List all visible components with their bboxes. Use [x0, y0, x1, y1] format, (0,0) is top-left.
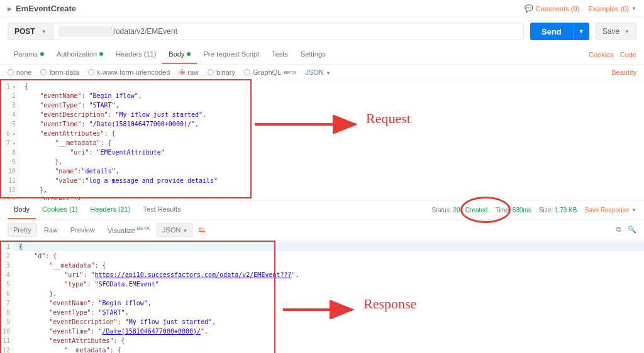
- pretty-view-pretty[interactable]: Pretty: [8, 223, 37, 237]
- pretty-view-preview[interactable]: Preview: [65, 223, 101, 237]
- response-tab-cookies[interactable]: Cookies (1): [36, 200, 84, 219]
- visualize-label: Visualize: [108, 227, 135, 234]
- tab-label: Headers (21): [90, 205, 130, 213]
- tab-label: Params: [14, 50, 38, 58]
- tab-pre-request[interactable]: Pre-request Script: [197, 45, 265, 64]
- tab-tests[interactable]: Tests: [265, 45, 294, 64]
- status-value: 201 Created: [453, 207, 487, 214]
- tab-label: Body: [14, 205, 30, 213]
- tab-label: Cookies (1): [42, 205, 77, 213]
- save-response-label: Save Response: [584, 207, 629, 214]
- tab-label: Authorization: [57, 50, 97, 58]
- body-type-label: raw: [187, 68, 199, 76]
- status-info: Status: 201 Created: [431, 207, 487, 214]
- indicator-dot: [99, 52, 103, 56]
- body-type-label: GraphQL: [253, 68, 281, 76]
- request-body-editor[interactable]: 1▾23456▾7▾8910111213▾1415161718192021 { …: [0, 80, 644, 200]
- chevron-down-icon: ▼: [631, 6, 636, 11]
- chevron-down-icon: ▼: [631, 207, 636, 213]
- search-icon[interactable]: 🔍: [628, 225, 636, 234]
- radio-icon: [208, 69, 214, 75]
- tab-params[interactable]: Params: [8, 45, 50, 64]
- tab-label: Settings: [301, 50, 326, 58]
- copy-icon[interactable]: ⧉: [616, 225, 621, 234]
- lang-label: JSON: [306, 68, 324, 76]
- body-type-binary[interactable]: binary: [208, 68, 235, 76]
- lang-label: JSON: [162, 226, 180, 234]
- beta-badge: BETA: [137, 225, 150, 231]
- beta-badge: BETA: [284, 70, 296, 75]
- body-type-graphql[interactable]: GraphQLBETA: [244, 68, 297, 76]
- http-method-value: POST: [14, 27, 35, 36]
- pretty-view-raw[interactable]: Raw: [38, 223, 64, 237]
- url-path: /odata/v2/EMEvent: [114, 27, 177, 36]
- time-info: Time: 630ms: [495, 207, 531, 214]
- request-url-input[interactable]: /odata/v2/EMEvent: [53, 23, 524, 40]
- chevron-down-icon: ▼: [42, 29, 47, 35]
- tab-label: Pre-request Script: [203, 50, 259, 58]
- chevron-down-icon: ▼: [625, 29, 630, 35]
- radio-icon: [40, 69, 47, 75]
- pretty-view-visualize[interactable]: Visualize BETA: [102, 222, 155, 237]
- wrap-lines-icon[interactable]: ⇆: [194, 224, 209, 236]
- request-tab-name: EmEventCreate: [16, 4, 76, 13]
- tab-body[interactable]: Body: [162, 45, 197, 64]
- beautify-link[interactable]: Beautify: [611, 68, 636, 76]
- comments-label: Comments (0): [536, 5, 580, 13]
- http-method-select[interactable]: POST ▼: [8, 23, 53, 40]
- body-type-label: none: [16, 68, 31, 76]
- response-tab-body[interactable]: Body: [8, 200, 36, 219]
- tab-label: Headers (11): [116, 50, 156, 58]
- response-tab-test-results[interactable]: Test Results: [137, 200, 187, 219]
- size-info: Size: 1.73 KB: [539, 207, 577, 214]
- body-type-urlencoded[interactable]: x-www-form-urlencoded: [88, 68, 170, 76]
- tab-label: Test Results: [143, 205, 181, 213]
- collapse-icon[interactable]: ▶: [8, 6, 12, 12]
- raw-language-select[interactable]: JSON ▼: [306, 68, 331, 76]
- save-label: Save: [602, 27, 619, 36]
- body-type-none[interactable]: none: [8, 68, 31, 76]
- url-variable: [58, 26, 114, 37]
- body-type-label: binary: [216, 68, 235, 76]
- response-body-viewer[interactable]: 123456789101112131415161718 { "d": { "__…: [0, 241, 644, 353]
- examples-link[interactable]: Examples (0) ▼: [588, 5, 636, 13]
- save-response-dropdown[interactable]: Save Response ▼: [584, 207, 636, 214]
- radio-icon: [8, 69, 14, 75]
- response-tab-headers[interactable]: Headers (21): [84, 200, 136, 219]
- body-type-form-data[interactable]: form-data: [40, 68, 79, 76]
- tab-authorization[interactable]: Authorization: [50, 45, 109, 64]
- send-button[interactable]: Send: [530, 23, 573, 40]
- time-value: 630ms: [513, 207, 531, 214]
- body-type-raw[interactable]: raw: [179, 68, 199, 76]
- radio-icon: [244, 69, 250, 75]
- tab-headers[interactable]: Headers (11): [109, 45, 162, 64]
- indicator-dot: [40, 52, 44, 56]
- cookies-link[interactable]: Cookies: [589, 51, 614, 58]
- body-type-label: x-www-form-urlencoded: [97, 68, 170, 76]
- tab-label: Body: [169, 50, 184, 58]
- body-type-label: form-data: [49, 68, 79, 76]
- radio-icon: [179, 69, 185, 75]
- comments-link[interactable]: 💬 Comments (0): [525, 4, 580, 13]
- comment-icon: 💬: [525, 4, 533, 13]
- indicator-dot: [187, 52, 191, 56]
- pretty-language-select[interactable]: JSON ▼: [157, 223, 193, 237]
- send-dropdown[interactable]: ▼: [573, 23, 589, 40]
- size-value: 1.73 KB: [555, 207, 577, 214]
- chevron-down-icon: ▼: [326, 70, 331, 76]
- examples-label: Examples (0): [588, 5, 629, 13]
- radio-icon: [88, 69, 94, 75]
- tab-label: Tests: [272, 50, 288, 58]
- tab-settings[interactable]: Settings: [294, 45, 332, 64]
- code-link[interactable]: Code: [620, 51, 636, 58]
- save-button[interactable]: Save ▼: [596, 23, 636, 40]
- chevron-down-icon: ▼: [182, 228, 187, 234]
